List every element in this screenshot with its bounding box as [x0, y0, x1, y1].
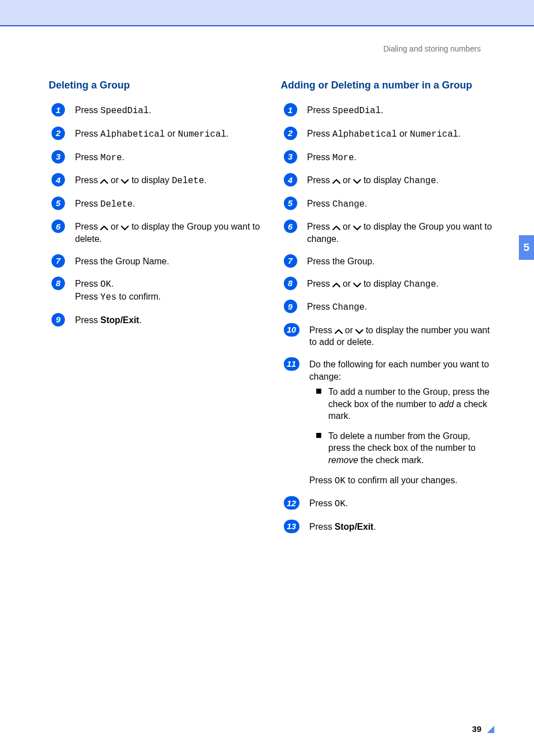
step-number-badge: 4: [284, 173, 297, 186]
bullet-item: To add a number to the Group, press the …: [316, 386, 493, 422]
step: 10Press or to display the number you wan…: [284, 324, 493, 348]
step: 4Press or to display Change.: [284, 174, 493, 188]
right-column: Adding or Deleting a number in a Group 1…: [281, 79, 493, 543]
step: 1Press SpeedDial.: [284, 104, 493, 118]
down-arrow-icon: [353, 175, 361, 185]
footer: 39: [472, 724, 495, 734]
top-rule: [0, 25, 534, 26]
step: 3Press More.: [284, 151, 493, 165]
down-arrow-icon: [121, 175, 129, 185]
step: 2Press Alphabetical or Numerical.: [51, 128, 261, 141]
header-section-label: Dialing and storing numbers: [0, 44, 481, 53]
step-body: Press OK.Press Yes to confirm.: [75, 278, 261, 304]
step-body: Press or to display Change.: [307, 174, 493, 188]
step-number-badge: 2: [51, 127, 65, 140]
step: 8Press OK.Press Yes to confirm.: [51, 278, 261, 304]
step: 7Press the Group Name.: [51, 255, 261, 268]
step-body: Press Alphabetical or Numerical.: [75, 128, 261, 141]
footer-triangle-icon: [487, 725, 495, 733]
step-body: Press Alphabetical or Numerical.: [307, 128, 493, 141]
bullet-list: To add a number to the Group, press the …: [316, 386, 493, 466]
step-number-badge: 11: [284, 357, 299, 371]
step-number-badge: 1: [284, 103, 297, 116]
up-arrow-icon: [332, 279, 340, 288]
step-body: Press Change.: [307, 301, 493, 314]
step: 12Press OK.: [284, 497, 493, 511]
step-body: Press or to display the Group you want t…: [75, 221, 261, 245]
page-number: 39: [472, 724, 481, 734]
step-number-badge: 12: [284, 496, 299, 510]
step-number-badge: 6: [284, 220, 297, 233]
step-body: Press or to display the Group you want t…: [307, 221, 493, 245]
up-arrow-icon: [332, 222, 340, 231]
step-number-badge: 3: [51, 150, 65, 164]
right-steps: 1Press SpeedDial.2Press Alphabetical or …: [281, 104, 493, 533]
step-body: Do the following for each number you wan…: [310, 358, 493, 487]
step: 8Press or to display Change.: [284, 278, 493, 291]
up-arrow-icon: [332, 175, 340, 185]
step-body: Press the Group Name.: [75, 255, 261, 268]
step: 5Press Change.: [284, 198, 493, 211]
step-number-badge: 8: [284, 277, 297, 290]
step: 11Do the following for each number you w…: [284, 358, 493, 487]
step-number-badge: 7: [284, 254, 297, 268]
down-arrow-icon: [121, 222, 129, 231]
step-body: Press or to display Delete.: [75, 174, 261, 188]
step-body: Press the Group.: [307, 255, 493, 268]
step-number-badge: 13: [284, 520, 299, 533]
step: 3Press More.: [51, 151, 261, 165]
step: 13Press Stop/Exit.: [284, 521, 493, 533]
step-number-badge: 9: [51, 313, 65, 326]
step-number-badge: 4: [51, 173, 65, 186]
step-number-badge: 9: [284, 300, 297, 313]
left-title: Deleting a Group: [49, 79, 261, 92]
step: 5Press Delete.: [51, 198, 261, 211]
bullet-item: To delete a number from the Group, press…: [316, 430, 493, 466]
step-body: Press More.: [75, 151, 261, 165]
step-number-badge: 1: [51, 103, 65, 116]
step-body: Press OK.: [310, 497, 493, 511]
right-title: Adding or Deleting a number in a Group: [281, 79, 493, 92]
step: 4Press or to display Delete.: [51, 174, 261, 188]
step-body: Press Stop/Exit.: [310, 521, 493, 533]
top-band: [0, 0, 534, 25]
step-after: Press OK to confirm all your changes.: [310, 474, 493, 488]
up-arrow-icon: [100, 222, 108, 231]
step: 6Press or to display the Group you want …: [51, 221, 261, 245]
step-body: Press or to display Change.: [307, 278, 493, 291]
step: 9Press Stop/Exit.: [51, 314, 261, 326]
down-arrow-icon: [355, 325, 363, 335]
step-body: Press SpeedDial.: [307, 104, 493, 118]
left-column: Deleting a Group 1Press SpeedDial.2Press…: [49, 79, 261, 543]
step-number-badge: 10: [284, 323, 299, 337]
chapter-tab: 5: [519, 235, 534, 260]
step: 7Press the Group.: [284, 255, 493, 268]
step-number-badge: 7: [51, 254, 65, 268]
step: 2Press Alphabetical or Numerical.: [284, 128, 493, 141]
step-number-badge: 3: [284, 150, 297, 164]
down-arrow-icon: [353, 279, 361, 288]
step-number-badge: 8: [51, 277, 65, 290]
step-body: Press Change.: [307, 198, 493, 211]
step: 6Press or to display the Group you want …: [284, 221, 493, 245]
content: Deleting a Group 1Press SpeedDial.2Press…: [0, 53, 534, 543]
step-number-badge: 5: [51, 197, 65, 210]
up-arrow-icon: [100, 175, 108, 185]
step-body: Press Stop/Exit.: [75, 314, 261, 326]
step-number-badge: 6: [51, 220, 65, 233]
step-body: Press SpeedDial.: [75, 104, 261, 118]
step-body: Press Delete.: [75, 198, 261, 211]
step-body: Press or to display the number you want …: [310, 324, 493, 348]
down-arrow-icon: [353, 222, 361, 231]
step-number-badge: 2: [284, 127, 297, 140]
step: 1Press SpeedDial.: [51, 104, 261, 118]
step-body: Press More.: [307, 151, 493, 165]
up-arrow-icon: [335, 325, 343, 335]
step-number-badge: 5: [284, 197, 297, 210]
left-steps: 1Press SpeedDial.2Press Alphabetical or …: [49, 104, 261, 326]
step: 9Press Change.: [284, 301, 493, 314]
